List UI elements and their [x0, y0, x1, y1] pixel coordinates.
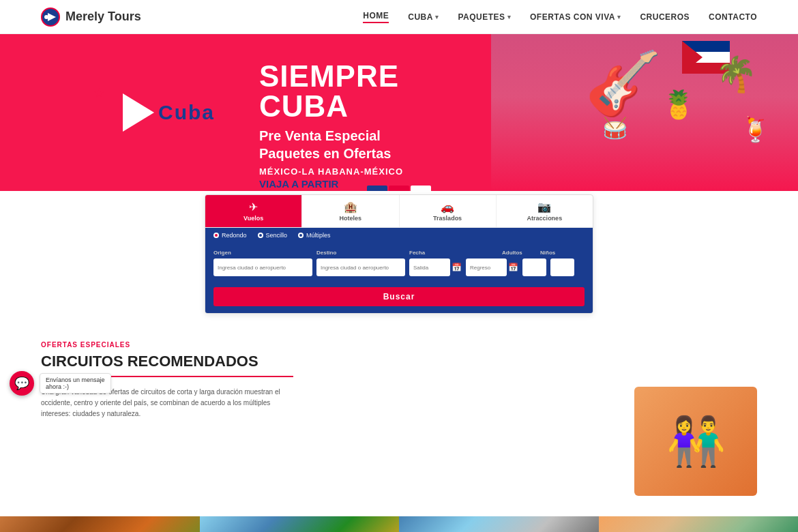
- destino-label: Destino: [316, 250, 405, 256]
- search-section: ✈ Vuelos 🏨 Hoteles 🚗 Traslados 📷 Atracci…: [0, 188, 798, 327]
- main-content: OFERTAS ESPECIALES CIRCUITOS RECOMENDADO…: [0, 327, 798, 503]
- maracas-icon: 🥁: [602, 116, 627, 140]
- chevron-down-icon: ▾: [507, 14, 512, 20]
- search-tabs: ✈ Vuelos 🏨 Hoteles 🚗 Traslados 📷 Atracci…: [205, 195, 593, 228]
- calendar-icon: 📅: [452, 263, 462, 272]
- nav-paquetes[interactable]: PAQUETES ▾: [458, 12, 511, 22]
- chat-label: Envíanos un mensaje ahora :-): [40, 373, 111, 394]
- content-text: Una gran variedad de ofertas de circuito…: [41, 387, 614, 419]
- featured-image: 👫: [634, 387, 757, 496]
- radio-redondo: [213, 233, 219, 238]
- car-icon: 🚗: [441, 201, 454, 213]
- tab-hoteles[interactable]: 🏨 Hoteles: [302, 195, 399, 227]
- logo[interactable]: Merely Tours: [41, 8, 141, 27]
- origin-label: Origen: [213, 250, 312, 256]
- radio-sencillo: [258, 233, 263, 238]
- option-sencillo[interactable]: Sencillo: [258, 232, 288, 239]
- chat-widget: 💬 Envíanos un mensaje ahora :-): [10, 371, 111, 396]
- hero-banner: ★ Cuba SIEMPRE CUBA Pre Venta Especial P…: [0, 34, 798, 191]
- ninos-label: Niños: [540, 250, 567, 256]
- logo-text: Merely Tours: [65, 10, 141, 24]
- banner-title-2: CUBA: [259, 91, 403, 121]
- banner-text: SIEMPRE CUBA Pre Venta Especial Paquetes…: [259, 61, 403, 191]
- pineapple-icon: 🍍: [662, 89, 696, 121]
- guitar-icon: 🎸: [585, 48, 662, 119]
- photo-capitolio[interactable]: [200, 516, 400, 532]
- banner-subtitle: Pre Venta Especial Paquetes en Ofertas: [259, 127, 403, 162]
- section-tag: OFERTAS ESPECIALES: [41, 341, 757, 349]
- option-multiples[interactable]: Múltiples: [298, 232, 331, 239]
- photo-street[interactable]: [599, 516, 799, 532]
- tropical-icon: 🌴: [715, 55, 757, 94]
- cuba-logo-text: Cuba: [158, 101, 215, 124]
- origin-input[interactable]: [213, 258, 312, 276]
- banner-decoration: 🎸 🌴 🍍 🍹 🥁: [491, 34, 798, 191]
- banner-route: MÉXICO-LA HABANA-MÉXICO: [259, 166, 403, 177]
- nav-ofertas[interactable]: OFERTAS CON VIVA ▾: [530, 12, 621, 22]
- radio-multiples: [298, 233, 304, 238]
- trip-type-options: Redondo Sencillo Múltiples: [205, 228, 593, 243]
- logo-icon: [41, 8, 60, 27]
- search-button[interactable]: Buscar: [213, 287, 585, 306]
- chat-button[interactable]: 💬: [10, 371, 34, 396]
- photo-trinidad[interactable]: [0, 516, 200, 532]
- field-labels: Origen Destino Fecha Adultos Niños: [213, 250, 585, 256]
- site-header: Merely Tours HOME CUBA ▾ PAQUETES ▾ OFER…: [0, 0, 798, 34]
- content-row: Una gran variedad de ofertas de circuito…: [41, 387, 757, 496]
- destino-input[interactable]: [316, 258, 405, 276]
- tab-atracciones[interactable]: 📷 Atracciones: [497, 195, 593, 227]
- flag-decoration: [682, 41, 730, 74]
- nav-home[interactable]: HOME: [363, 11, 389, 23]
- camera-icon: 📷: [537, 201, 551, 213]
- tab-vuelos[interactable]: ✈ Vuelos: [205, 195, 302, 227]
- couple-image: 👫: [666, 413, 726, 469]
- nav-cuba[interactable]: CUBA ▾: [408, 12, 439, 22]
- option-redondo[interactable]: Redondo: [213, 232, 247, 239]
- chevron-down-icon: ▾: [617, 14, 621, 20]
- nav-contacto[interactable]: CONTACTO: [709, 12, 757, 22]
- banner-title-1: SIEMPRE: [259, 61, 403, 91]
- salida-input[interactable]: [409, 258, 450, 276]
- tab-traslados[interactable]: 🚗 Traslados: [400, 195, 497, 227]
- regreso-input[interactable]: [466, 258, 507, 276]
- main-nav: HOME CUBA ▾ PAQUETES ▾ OFERTAS CON VIVA …: [363, 11, 757, 23]
- adults-input[interactable]: 1: [522, 258, 546, 276]
- chevron-down-icon: ▾: [435, 14, 439, 20]
- photo-car[interactable]: [399, 516, 599, 532]
- photo-strip: [0, 516, 798, 532]
- search-form: Origen Destino Fecha Adultos Niños 📅 📅 1…: [205, 243, 593, 283]
- search-widget: ✈ Vuelos 🏨 Hoteles 🚗 Traslados 📷 Atracci…: [205, 194, 593, 314]
- ninos-input[interactable]: 0: [550, 258, 574, 276]
- nav-cruceros[interactable]: CRUCEROS: [640, 12, 690, 22]
- fecha-label: Fecha: [409, 250, 498, 256]
- adults-label: Adultos: [502, 250, 536, 256]
- cocktail-icon: 🍹: [741, 116, 771, 144]
- calendar-icon-2: 📅: [508, 263, 518, 272]
- chat-icon: 💬: [14, 376, 29, 391]
- hotel-icon: 🏨: [344, 201, 357, 213]
- search-button-row: Buscar: [205, 283, 593, 313]
- field-inputs: 📅 📅 1 0: [213, 258, 585, 276]
- plane-icon: ✈: [249, 201, 258, 213]
- svg-point-2: [44, 15, 48, 19]
